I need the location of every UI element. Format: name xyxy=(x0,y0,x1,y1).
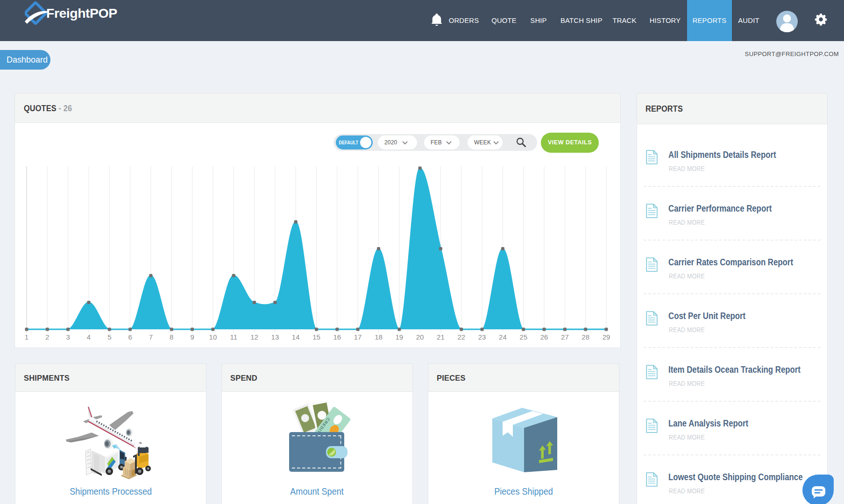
svg-text:9: 9 xyxy=(190,333,194,341)
svg-text:21: 21 xyxy=(437,333,445,341)
svg-text:4: 4 xyxy=(87,333,91,341)
svg-text:7: 7 xyxy=(149,333,153,341)
svg-text:3: 3 xyxy=(66,333,70,341)
svg-text:23: 23 xyxy=(478,333,486,341)
svg-text:26: 26 xyxy=(540,333,548,341)
svg-text:5: 5 xyxy=(107,333,111,341)
svg-text:10: 10 xyxy=(209,333,217,341)
svg-text:18: 18 xyxy=(375,333,383,341)
svg-text:28: 28 xyxy=(582,333,589,341)
svg-text:11: 11 xyxy=(230,333,237,341)
svg-text:2: 2 xyxy=(45,333,49,341)
svg-text:17: 17 xyxy=(354,333,362,341)
svg-text:12: 12 xyxy=(250,333,258,341)
svg-text:15: 15 xyxy=(312,333,320,341)
svg-text:25: 25 xyxy=(519,333,527,341)
svg-text:29: 29 xyxy=(603,333,610,341)
svg-text:22: 22 xyxy=(457,333,465,341)
svg-text:27: 27 xyxy=(561,333,569,341)
svg-text:20: 20 xyxy=(416,333,424,341)
svg-text:24: 24 xyxy=(499,333,507,341)
svg-text:8: 8 xyxy=(170,333,173,341)
svg-text:19: 19 xyxy=(395,333,403,341)
svg-text:13: 13 xyxy=(271,333,279,341)
svg-text:6: 6 xyxy=(128,333,132,341)
svg-text:1: 1 xyxy=(25,333,28,341)
svg-text:16: 16 xyxy=(333,333,341,341)
svg-text:14: 14 xyxy=(292,333,300,341)
